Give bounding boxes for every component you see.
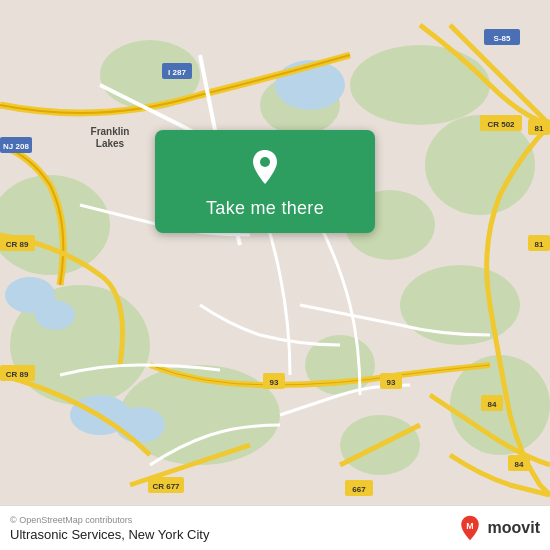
svg-point-48 — [260, 157, 270, 167]
moovit-logo: M moovit — [456, 514, 540, 542]
svg-text:NJ 208: NJ 208 — [3, 142, 29, 151]
svg-text:CR 677: CR 677 — [152, 482, 180, 491]
map-attribution: © OpenStreetMap contributors — [10, 515, 209, 525]
svg-text:84: 84 — [515, 460, 524, 469]
svg-text:CR 502: CR 502 — [487, 120, 515, 129]
location-title: Ultrasonic Services, New York City — [10, 527, 209, 542]
bottom-bar: © OpenStreetMap contributors Ultrasonic … — [0, 505, 550, 550]
location-pin-icon — [243, 146, 287, 190]
map-container: I 287 NJ 208 S-85 CR 502 81 CR 89 CR 89 … — [0, 0, 550, 550]
svg-text:93: 93 — [387, 378, 396, 387]
svg-text:Franklin: Franklin — [91, 126, 130, 137]
svg-text:81: 81 — [535, 240, 544, 249]
moovit-brand-text: moovit — [488, 519, 540, 537]
take-me-there-overlay[interactable]: Take me there — [155, 130, 375, 233]
svg-text:I 287: I 287 — [168, 68, 186, 77]
take-me-there-button[interactable]: Take me there — [206, 198, 324, 219]
svg-point-16 — [115, 407, 165, 443]
moovit-brand-icon: M — [456, 514, 484, 542]
svg-point-14 — [35, 300, 75, 330]
svg-text:667: 667 — [352, 485, 366, 494]
svg-point-1 — [350, 45, 490, 125]
bottom-left-info: © OpenStreetMap contributors Ultrasonic … — [10, 515, 209, 542]
svg-text:CR 89: CR 89 — [6, 240, 29, 249]
svg-text:81: 81 — [535, 124, 544, 133]
svg-text:CR 89: CR 89 — [6, 370, 29, 379]
svg-text:S-85: S-85 — [494, 34, 511, 43]
map-svg: I 287 NJ 208 S-85 CR 502 81 CR 89 CR 89 … — [0, 0, 550, 550]
svg-text:84: 84 — [488, 400, 497, 409]
svg-text:93: 93 — [270, 378, 279, 387]
svg-text:M: M — [466, 521, 473, 531]
svg-text:Lakes: Lakes — [96, 138, 125, 149]
